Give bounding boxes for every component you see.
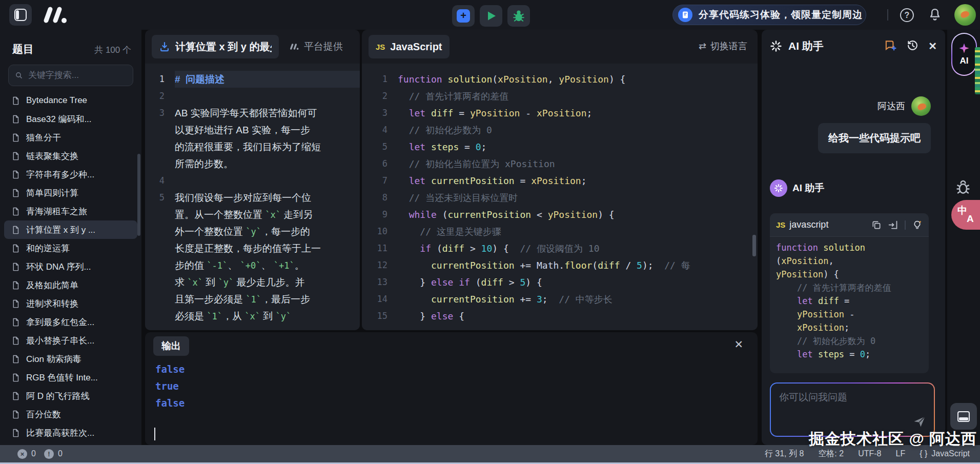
user-message-bubble: 给我一些代码提示吧 bbox=[818, 123, 931, 153]
code-line: 12 currentPosition += Math.floor(diff / … bbox=[362, 257, 758, 274]
line-number: 13 bbox=[362, 274, 398, 291]
language-mode[interactable]: { } JavaScript bbox=[920, 449, 970, 458]
search-input[interactable] bbox=[28, 70, 127, 80]
sidebar-item-label: 链表聚集交换 bbox=[26, 150, 78, 162]
ai-pill-button[interactable]: AI bbox=[951, 33, 977, 76]
code-line: 且第一步必须是 `1`，最后一步 bbox=[145, 291, 360, 308]
document-icon bbox=[11, 318, 20, 327]
sidebar-item-label: 字符串有多少种... bbox=[26, 169, 94, 180]
icon-divider bbox=[905, 220, 906, 230]
sidebar-item[interactable]: 猫鱼分干 bbox=[4, 128, 137, 147]
sidebar-icon bbox=[14, 9, 27, 21]
ai-close-button[interactable]: ✕ bbox=[928, 40, 937, 52]
code-line: 3 let diff = yPosition - xPosition; bbox=[362, 105, 758, 122]
sidebar-item[interactable]: 阿 D 的飞行路线 bbox=[4, 387, 137, 405]
chat-input[interactable]: 你可以问我问题 bbox=[771, 384, 934, 436]
translate-button[interactable]: 中 A bbox=[951, 200, 980, 230]
user-message-row: 阿达西 bbox=[877, 96, 931, 116]
code-line: yPosition) { bbox=[776, 268, 923, 281]
output-close-button[interactable]: ✕ bbox=[734, 338, 743, 351]
line-number: 11 bbox=[362, 240, 398, 257]
document-icon bbox=[11, 152, 20, 160]
output-value: false bbox=[155, 361, 185, 378]
sidebar-item-label: 百分位数 bbox=[26, 409, 61, 420]
sidebar-item[interactable]: 百分位数 bbox=[4, 405, 137, 423]
editor-scrollbar[interactable] bbox=[752, 235, 756, 256]
marscode-logo[interactable] bbox=[41, 6, 69, 26]
code-line: 5 let steps = 0; bbox=[362, 138, 758, 155]
sidebar-item[interactable]: 及格如此简单 bbox=[4, 276, 137, 294]
sidebar-item[interactable]: 链表聚集交换 bbox=[4, 147, 137, 165]
sidebar-item[interactable]: 最小替换子串长... bbox=[4, 331, 137, 350]
topbar-divider bbox=[887, 9, 888, 21]
eol-sequence[interactable]: LF bbox=[895, 449, 905, 458]
user-avatar[interactable] bbox=[954, 4, 976, 26]
sidebar-item-label: 和的逆运算 bbox=[26, 243, 70, 254]
code-line: 6 // 初始化当前位置为 xPosition bbox=[362, 155, 758, 172]
code-line: 15 } else { bbox=[362, 308, 758, 325]
new-chat-button[interactable] bbox=[884, 38, 897, 54]
assistant-sparkle-icon bbox=[774, 184, 783, 193]
code-line: 4 // 初始化步数为 0 bbox=[362, 122, 758, 138]
code-line: let diff = bbox=[776, 294, 923, 308]
document-icon bbox=[11, 373, 20, 382]
insert-code-button[interactable] bbox=[888, 219, 899, 230]
sidebar-item[interactable]: 拿到最多红包金... bbox=[4, 313, 137, 331]
indentation[interactable]: 空格: 2 bbox=[818, 449, 844, 459]
notifications-button[interactable] bbox=[928, 7, 942, 24]
promo-banner[interactable]: 分享代码练习体验，领限量定制周边 bbox=[672, 5, 866, 25]
cursor-position[interactable]: 行 31, 列 8 bbox=[765, 449, 804, 459]
sidebar-scrollbar[interactable] bbox=[137, 154, 140, 236]
search-box[interactable] bbox=[8, 65, 133, 86]
ai-assistant-panel: AI 助手 ✕ 阿达西 给我一些代码提示吧 bbox=[762, 30, 945, 445]
sidebar-item[interactable]: RGB 色值转 Inte... bbox=[4, 368, 137, 387]
sidebar-item[interactable]: 简单四则计算 bbox=[4, 184, 137, 202]
debug-button[interactable] bbox=[507, 5, 530, 27]
sidebar-item[interactable]: 和的逆运算 bbox=[4, 239, 137, 257]
tab-platform-provided[interactable]: 平台提供 bbox=[289, 40, 343, 53]
line-number bbox=[145, 308, 175, 325]
paper-plane-icon bbox=[912, 414, 927, 429]
history-button[interactable] bbox=[906, 39, 919, 54]
sidebar-item[interactable]: 字符串有多少种... bbox=[4, 165, 137, 184]
tab-problem-description[interactable]: 计算位置 x 到 y 的最少步数 bbox=[152, 35, 279, 58]
sidebar-item[interactable]: Base32 编码和... bbox=[4, 110, 137, 128]
sidebar-item[interactable]: Bytedance Tree bbox=[4, 91, 137, 110]
explain-code-button[interactable] bbox=[912, 219, 923, 230]
strip-debug-button[interactable] bbox=[954, 178, 972, 198]
code-line: let steps = 0; bbox=[776, 348, 923, 361]
sidebar-item[interactable]: 计算位置 x 到 y ... bbox=[4, 220, 137, 239]
document-icon bbox=[11, 115, 20, 124]
add-file-button[interactable]: + bbox=[452, 5, 475, 27]
problems-status[interactable]: × 0 ! 0 bbox=[17, 449, 67, 459]
code-editor[interactable]: 1function solution(xPosition, yPosition)… bbox=[362, 64, 758, 330]
sidebar-item[interactable]: 青海湖租车之旅 bbox=[4, 202, 137, 220]
help-button[interactable]: ? bbox=[900, 8, 914, 22]
code-line: 必须是 `1`，从 `x` 到 `y` bbox=[145, 308, 360, 325]
run-button[interactable] bbox=[480, 5, 502, 27]
problem-list: Bytedance TreeBase32 编码和...猫鱼分干链表聚集交换字符串… bbox=[0, 91, 141, 442]
sidebar-item[interactable]: 进制求和转换 bbox=[4, 294, 137, 313]
tab-javascript[interactable]: JS JavaScript bbox=[369, 35, 450, 58]
code-line: 3AB 实验同学每天都很苦恼如何可 bbox=[145, 105, 360, 122]
platform-logo-icon bbox=[289, 43, 299, 51]
sidebar-item-label: Base32 编码和... bbox=[26, 113, 92, 125]
output-tab-label: 输出 bbox=[161, 339, 181, 353]
bug-icon bbox=[512, 9, 525, 23]
encoding[interactable]: UTF-8 bbox=[858, 449, 881, 458]
line-number bbox=[145, 257, 175, 274]
sidebar-item-label: 计算位置 x 到 y ... bbox=[26, 224, 95, 236]
line-number: 2 bbox=[145, 88, 175, 105]
switch-language-button[interactable]: ⇄ 切换语言 bbox=[699, 40, 747, 52]
output-tab[interactable]: 输出 bbox=[153, 336, 189, 356]
sidebar-item[interactable]: 比赛最高获胜次... bbox=[4, 423, 137, 442]
sidebar-toggle-button[interactable] bbox=[9, 4, 32, 26]
sidebar-item[interactable]: Cion 勒索病毒 bbox=[4, 350, 137, 368]
sidebar-item[interactable]: 环状 DNA 序列... bbox=[4, 257, 137, 276]
code-line: 8 // 当还未到达目标位置时 bbox=[362, 189, 758, 206]
description-editor[interactable]: 1# 问题描述23AB 实验同学每天都很苦恼如何可以更好地进行 AB 实验，每一… bbox=[145, 64, 360, 330]
toggle-bottom-panel-button[interactable] bbox=[950, 403, 977, 430]
ai-pill-label: AI bbox=[960, 56, 969, 66]
copy-code-button[interactable] bbox=[871, 220, 882, 230]
language-name: JavaScript bbox=[931, 449, 970, 458]
